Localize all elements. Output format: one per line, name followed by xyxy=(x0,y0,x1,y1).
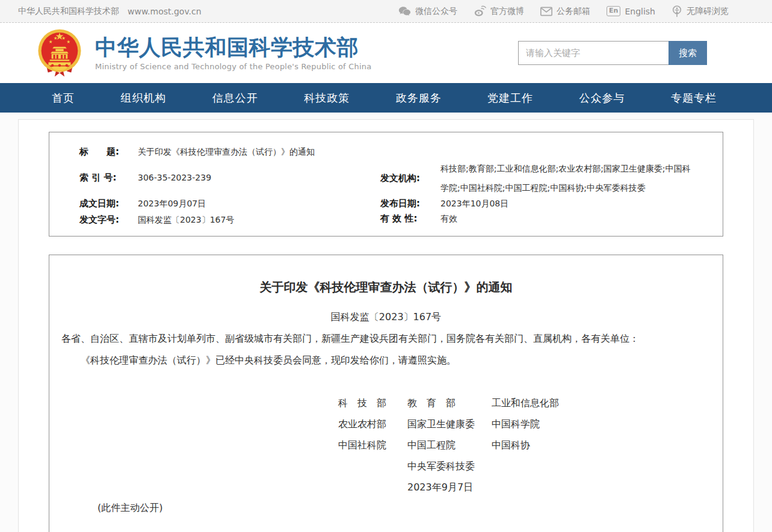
signature-date xyxy=(492,477,711,498)
meta-label: 发文字号: xyxy=(79,214,138,226)
signatory xyxy=(338,456,407,477)
signatory: 中国工程院 xyxy=(407,435,492,456)
signatory: 国家卫生健康委 xyxy=(407,413,492,435)
meta-row-title: 标 题: 关于印发《科技伦理审查办法（试行）》的通知 xyxy=(79,146,380,158)
meta-row-written-date: 成文日期: 2023年09月07日 xyxy=(79,197,380,210)
nav-item-special-topics[interactable]: 专题专栏 xyxy=(671,91,717,105)
en-icon: En xyxy=(607,6,620,16)
site-title-cn: 中华人民共和国科学技术部 xyxy=(95,35,371,60)
signature-row: 农业农村部 国家卫生健康委 中国科学院 xyxy=(338,413,711,435)
wechat-icon xyxy=(398,6,411,17)
disclosure-note: (此件主动公开) xyxy=(61,501,711,515)
topbar-link-label: 公务邮箱 xyxy=(557,6,590,17)
site-identity: 中华人民共和国科学技术部 www.most.gov.cn xyxy=(18,6,202,17)
brand-link[interactable]: 中华人民共和国科学技术部 Ministry of Science and Tec… xyxy=(37,28,371,78)
signature-row: 中央军委科技委 xyxy=(338,456,711,477)
site-url[interactable]: www.most.gov.cn xyxy=(128,7,202,16)
site-title-en: Ministry of Science and Technology of th… xyxy=(95,62,371,71)
nav-item-party-building[interactable]: 党建工作 xyxy=(487,91,533,105)
meta-value: 国科发监〔2023〕167号 xyxy=(138,214,234,226)
meta-row-issuing-agencies: 发文机构: 科技部;教育部;工业和信息化部;农业农村部;国家卫生健康委;中国科学… xyxy=(380,159,691,197)
meta-left-column: 标 题: 关于印发《科技伦理审查办法（试行）》的通知 索 引 号: 306-35… xyxy=(49,140,380,236)
topbar-link-label: 官方微博 xyxy=(490,6,524,17)
search-box: 搜索 xyxy=(518,41,707,65)
accessibility-icon xyxy=(672,5,682,17)
meta-label: 发文机构: xyxy=(380,172,440,185)
brand-text: 中华人民共和国科学技术部 Ministry of Science and Tec… xyxy=(95,35,371,71)
meta-label: 标 题: xyxy=(79,146,138,158)
meta-row-index-number: 索 引 号: 306-35-2023-239 xyxy=(79,172,380,184)
nav-item-public-participation[interactable]: 公众参与 xyxy=(579,91,625,105)
document-number: 国科发监〔2023〕167号 xyxy=(61,311,711,323)
meta-label: 成文日期: xyxy=(79,197,138,210)
main-nav: 首页 组织机构 信息公开 科技政策 政务服务 党建工作 公众参与 专题专栏 xyxy=(0,83,772,113)
signatory: 中国科学院 xyxy=(492,413,711,435)
topbar-link-label: 无障碍浏览 xyxy=(687,6,729,17)
content-container: 标 题: 关于印发《科技伦理审查办法（试行）》的通知 索 引 号: 306-35… xyxy=(18,119,754,532)
meta-label: 有 效 性: xyxy=(380,212,440,225)
nav-item-sci-tech-policy[interactable]: 科技政策 xyxy=(304,91,350,105)
signature-date xyxy=(338,477,407,498)
meta-label: 发布日期: xyxy=(380,197,440,210)
topbar-link-label: English xyxy=(625,7,655,16)
nav-item-gov-services[interactable]: 政务服务 xyxy=(396,91,442,105)
mail-icon xyxy=(540,7,552,16)
meta-value: 科技部;教育部;工业和信息化部;农业农村部;国家卫生健康委;中国科学院;中国社科… xyxy=(440,159,691,197)
signature-row-date: 2023年9月7日 xyxy=(338,477,711,498)
search-input[interactable] xyxy=(518,41,669,65)
topbar-link-weibo[interactable]: 官方微博 xyxy=(474,5,524,17)
nav-item-organization[interactable]: 组织机构 xyxy=(120,91,166,105)
document-title: 关于印发《科技伦理审查办法（试行）》的通知 xyxy=(61,279,711,295)
signatory: 中国社科院 xyxy=(338,435,407,456)
meta-row-validity: 有 效 性: 有效 xyxy=(380,212,691,225)
topbar-link-label: 微信公众号 xyxy=(415,6,457,17)
topbar-link-accessibility[interactable]: 无障碍浏览 xyxy=(672,5,729,17)
weibo-icon xyxy=(474,5,486,17)
topbar-links: 微信公众号 官方微博 公务邮箱 En English xyxy=(398,5,729,17)
signature-date: 2023年9月7日 xyxy=(407,477,492,498)
signatory: 中国科协 xyxy=(492,435,711,456)
national-emblem-icon xyxy=(37,28,82,78)
signatory xyxy=(492,456,711,477)
nav-item-info-disclosure[interactable]: 信息公开 xyxy=(212,91,258,105)
meta-row-doc-number: 发文字号: 国科发监〔2023〕167号 xyxy=(79,214,380,226)
document-body-box: 关于印发《科技伦理审查办法（试行）》的通知 国科发监〔2023〕167号 各省、… xyxy=(49,255,723,532)
signatory: 教 育 部 xyxy=(407,392,492,413)
topbar-link-wechat[interactable]: 微信公众号 xyxy=(398,6,457,17)
signature-row: 科 技 部 教 育 部 工业和信息化部 xyxy=(338,392,711,413)
meta-value: 关于印发《科技伦理审查办法（试行）》的通知 xyxy=(138,146,315,158)
search-button[interactable]: 搜索 xyxy=(669,41,707,65)
meta-value: 2023年09月07日 xyxy=(138,197,206,210)
signatory: 农业农村部 xyxy=(338,413,407,435)
nav-item-home[interactable]: 首页 xyxy=(52,91,75,105)
site-header: 中华人民共和国科学技术部 Ministry of Science and Tec… xyxy=(0,23,772,83)
signatory: 中央军委科技委 xyxy=(407,456,492,477)
signatory: 工业和信息化部 xyxy=(492,392,711,413)
meta-value: 306-35-2023-239 xyxy=(138,172,211,184)
meta-row-publish-date: 发布日期: 2023年10月08日 xyxy=(380,197,691,210)
meta-value: 有效 xyxy=(440,212,457,225)
signatory: 科 技 部 xyxy=(338,392,407,413)
topbar-link-english[interactable]: En English xyxy=(607,6,655,16)
meta-label: 索 引 号: xyxy=(79,172,138,184)
signature-block: 科 技 部 教 育 部 工业和信息化部 农业农村部 国家卫生健康委 中国科学院 … xyxy=(338,392,711,498)
document-paragraph-addressees: 各省、自治区、直辖市及计划单列市、副省级城市有关部门，新疆生产建设兵团有关部门，… xyxy=(61,332,711,345)
topbar: 中华人民共和国科学技术部 www.most.gov.cn 微信公众号 官方微博 xyxy=(0,0,772,23)
meta-right-column: 发文机构: 科技部;教育部;工业和信息化部;农业农村部;国家卫生健康委;中国科学… xyxy=(380,140,723,236)
meta-value: 2023年10月08日 xyxy=(440,197,508,210)
signature-row: 中国社科院 中国工程院 中国科协 xyxy=(338,435,711,456)
document-paragraph-body: 《科技伦理审查办法（试行）》已经中央科技委员会同意，现印发给你们，请遵照实施。 xyxy=(61,354,711,367)
topbar-link-mail[interactable]: 公务邮箱 xyxy=(540,6,590,17)
document-meta-box: 标 题: 关于印发《科技伦理审查办法（试行）》的通知 索 引 号: 306-35… xyxy=(49,132,723,237)
site-name: 中华人民共和国科学技术部 xyxy=(18,6,119,17)
